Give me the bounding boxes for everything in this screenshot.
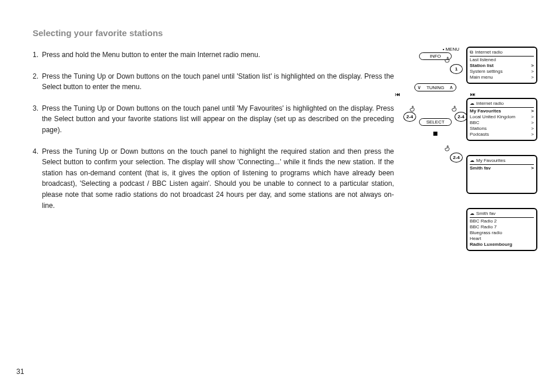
screen-title-icon: ☁: [470, 101, 474, 107]
step-number: 3.: [33, 103, 42, 136]
up-arrow-icon: ∧: [449, 84, 453, 90]
screen-row-label: Stations: [470, 126, 487, 132]
stop-icon: [434, 132, 438, 136]
screen-row: BBC>: [470, 120, 534, 126]
screen-row-label: Smith fav: [470, 165, 491, 171]
tuning-button: ∨ TUNING ∧: [414, 83, 456, 91]
screen-title-text: Internet radio: [475, 50, 502, 55]
tuning-label: TUNING: [427, 85, 445, 90]
screen-row-arrow: >: [531, 126, 534, 132]
step-text: Press the Tuning Up or Down buttons on t…: [42, 146, 394, 211]
instruction-step: 3.Press the Tuning Up or Down buttons on…: [33, 103, 394, 136]
instruction-step: 1.Press and hold the Menu button to ente…: [33, 50, 394, 61]
screen-title: ☁Smith fav: [470, 211, 534, 218]
screen-row-label: BBC: [470, 120, 479, 126]
screen-title-text: My Favourites: [476, 158, 505, 164]
screen-row: My Favourites>: [470, 108, 534, 114]
screen-row-label: BBC Radio 2: [470, 218, 497, 224]
screen-row: System settings>: [470, 69, 534, 75]
screen-title-text: Smith fav: [476, 211, 495, 217]
screen-row: Last listened: [470, 57, 534, 63]
step-bubble-24c: 2-4: [450, 153, 463, 163]
screen-row-arrow: >: [531, 75, 534, 80]
step-bubble-24a: 2-4: [403, 112, 416, 122]
step-number: 2.: [33, 71, 42, 93]
step-number: 4.: [33, 146, 42, 211]
screen-row: Podcasts>: [470, 132, 534, 137]
display-screens: ⧉Internet radioLast listenedStation list…: [466, 47, 537, 265]
screen-title: ⧉Internet radio: [470, 50, 534, 56]
hand-icon: [444, 56, 452, 64]
screen-row-label: BBC Radio 7: [470, 224, 497, 230]
screen-title: ☁Internet radio: [470, 101, 534, 108]
lcd-screen: ☁Internet radioMy Favourites>Local Unite…: [466, 98, 537, 141]
screen-title-icon: ☁: [470, 158, 474, 164]
menu-label: • MENU: [403, 47, 467, 52]
screen-row-arrow: >: [531, 120, 534, 126]
screen-row-arrow: >: [531, 114, 534, 120]
screen-row-label: Local United Kingdom: [470, 114, 515, 120]
screen-title-text: Internet radio: [476, 101, 504, 107]
lcd-screen: ⧉Internet radioLast listenedStation list…: [466, 47, 537, 84]
screen-row-arrow: >: [531, 69, 534, 75]
screen-row-label: Heart: [470, 236, 481, 242]
screen-row: Smith fav>: [470, 165, 534, 171]
screen-row: Stations>: [470, 126, 534, 132]
skip-back-icon: ⏮: [395, 91, 400, 97]
button-diagram: • MENU INFO 1 ⏮ ⏭ ∨ TUNING ∧ 2-4: [403, 47, 467, 126]
screen-row-label: Last listened: [470, 57, 496, 63]
step-bubble-24b: 2-4: [455, 112, 467, 122]
screen-row: Bluegrass radio: [470, 230, 534, 236]
screen-title-icon: ☁: [470, 211, 474, 217]
step-text: Press and hold the Menu button to enter …: [42, 50, 394, 61]
screen-row: Local United Kingdom>: [470, 114, 534, 120]
step-bubble-1: 1: [450, 64, 463, 74]
section-heading: Selecting your favorite stations: [33, 28, 540, 38]
page-number: 31: [16, 368, 24, 376]
screen-row-label: Podcasts: [470, 132, 489, 137]
step-number: 1.: [33, 50, 42, 61]
screen-row-label: Station list: [470, 63, 494, 69]
screen-row-label: Radio Luxembourg: [470, 242, 512, 248]
lcd-screen: ☁My FavouritesSmith fav>: [466, 155, 537, 194]
step-text: Press the Tuning Up or Down buttons on t…: [42, 71, 394, 93]
step-text: Press the Tuning Up or Down buttons on t…: [42, 103, 394, 136]
screen-row-label: Bluegrass radio: [470, 230, 502, 236]
screen-row-arrow: >: [531, 108, 534, 114]
instruction-step: 4.Press the Tuning Up or Down buttons on…: [33, 146, 394, 211]
screen-title-icon: ⧉: [470, 50, 473, 55]
lcd-screen: ☁Smith favBBC Radio 2BBC Radio 7Bluegras…: [466, 208, 537, 251]
instruction-step: 2.Press the Tuning Up or Down buttons on…: [33, 71, 394, 93]
screen-row: BBC Radio 2: [470, 218, 534, 224]
screen-title: ☁My Favourites: [470, 158, 534, 165]
hand-icon: [444, 144, 452, 153]
screen-row-label: My Favourites: [470, 108, 501, 114]
instruction-list: 1.Press and hold the Menu button to ente…: [33, 50, 394, 211]
screen-row-arrow: >: [531, 132, 534, 137]
screen-row: Heart: [470, 236, 534, 242]
screen-row-arrow: >: [531, 63, 534, 69]
select-button: SELECT: [419, 118, 452, 126]
screen-row: BBC Radio 7: [470, 224, 534, 230]
screen-row: Main menu>: [470, 75, 534, 80]
screen-row: Radio Luxembourg: [470, 242, 534, 248]
screen-row-label: Main menu: [470, 75, 493, 80]
down-arrow-icon: ∨: [417, 84, 421, 90]
screen-row-label: System settings: [470, 69, 502, 75]
screen-row-arrow: >: [531, 165, 534, 171]
screen-row: Station list>: [470, 63, 534, 69]
